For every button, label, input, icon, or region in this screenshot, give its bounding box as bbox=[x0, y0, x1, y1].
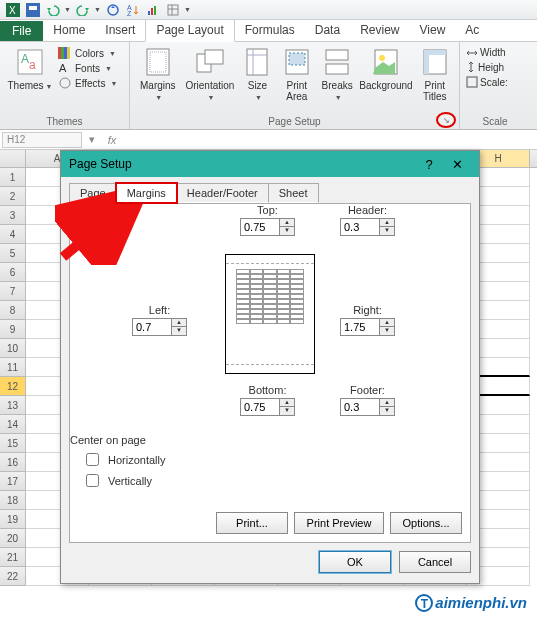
row-header[interactable]: 22 bbox=[0, 567, 26, 586]
top-margin-input[interactable] bbox=[240, 218, 280, 236]
left-margin-input[interactable] bbox=[132, 318, 172, 336]
pivot-icon[interactable] bbox=[164, 2, 182, 18]
spin-down-icon[interactable]: ▼ bbox=[380, 407, 394, 415]
right-margin-input[interactable] bbox=[340, 318, 380, 336]
background-button[interactable]: Background bbox=[359, 44, 412, 91]
row-header[interactable]: 9 bbox=[0, 320, 26, 339]
print-preview-button[interactable]: Print Preview bbox=[294, 512, 384, 534]
row-header[interactable]: 13 bbox=[0, 396, 26, 415]
spin-down-icon[interactable]: ▼ bbox=[172, 327, 186, 335]
breaks-button[interactable]: Breaks▼ bbox=[319, 44, 355, 103]
center-vertically-checkbox[interactable]: Vertically bbox=[82, 471, 165, 490]
tab-data[interactable]: Data bbox=[305, 20, 350, 41]
refresh-icon[interactable] bbox=[104, 2, 122, 18]
row-header[interactable]: 15 bbox=[0, 434, 26, 453]
row-header[interactable]: 7 bbox=[0, 282, 26, 301]
row-header[interactable]: 3 bbox=[0, 206, 26, 225]
tab-extra[interactable]: Ac bbox=[455, 20, 489, 41]
header-margin-input[interactable] bbox=[340, 218, 380, 236]
dialog-tab-margins[interactable]: Margins bbox=[116, 183, 177, 203]
dialog-close-button[interactable]: ✕ bbox=[443, 157, 471, 172]
dialog-help-button[interactable]: ? bbox=[415, 157, 443, 172]
row-header[interactable]: 21 bbox=[0, 548, 26, 567]
spin-up-icon[interactable]: ▲ bbox=[380, 399, 394, 407]
file-tab[interactable]: File bbox=[0, 21, 43, 41]
name-box[interactable] bbox=[2, 132, 82, 148]
spin-up-icon[interactable]: ▲ bbox=[380, 319, 394, 327]
orientation-button[interactable]: Orientation▼ bbox=[184, 44, 237, 103]
dialog-tab-sheet[interactable]: Sheet bbox=[268, 183, 319, 203]
redo-dropdown-icon[interactable]: ▼ bbox=[94, 6, 102, 13]
spin-down-icon[interactable]: ▼ bbox=[280, 407, 294, 415]
size-icon bbox=[241, 46, 273, 78]
center-horizontally-checkbox[interactable]: Horizontally bbox=[82, 450, 165, 469]
dialog-tab-page[interactable]: Page bbox=[69, 183, 117, 203]
row-header[interactable]: 20 bbox=[0, 529, 26, 548]
spin-up-icon[interactable]: ▲ bbox=[172, 319, 186, 327]
row-header[interactable]: 18 bbox=[0, 491, 26, 510]
undo-icon[interactable] bbox=[44, 2, 62, 18]
tab-insert[interactable]: Insert bbox=[95, 20, 145, 41]
tab-view[interactable]: View bbox=[410, 20, 456, 41]
size-button[interactable]: Size▼ bbox=[240, 44, 274, 103]
svg-rect-3 bbox=[29, 6, 37, 10]
save-icon[interactable] bbox=[24, 2, 42, 18]
svg-rect-7 bbox=[148, 11, 150, 15]
themes-button[interactable]: Aa Themes▼ bbox=[6, 44, 54, 92]
print-area-button[interactable]: Print Area bbox=[279, 44, 315, 102]
ok-button[interactable]: OK bbox=[319, 551, 391, 573]
row-header[interactable]: 16 bbox=[0, 453, 26, 472]
svg-rect-32 bbox=[326, 64, 348, 74]
options-button[interactable]: Options... bbox=[390, 512, 462, 534]
spin-up-icon[interactable]: ▲ bbox=[280, 219, 294, 227]
height-field[interactable]: Heigh bbox=[466, 60, 504, 74]
row-header[interactable]: 17 bbox=[0, 472, 26, 491]
undo-dropdown-icon[interactable]: ▼ bbox=[64, 6, 72, 13]
footer-margin-input[interactable] bbox=[340, 398, 380, 416]
print-titles-button[interactable]: Print Titles bbox=[417, 44, 453, 102]
tab-home[interactable]: Home bbox=[43, 20, 95, 41]
row-header[interactable]: 14 bbox=[0, 415, 26, 434]
dialog-titlebar[interactable]: Page Setup ? ✕ bbox=[61, 151, 479, 177]
tab-review[interactable]: Review bbox=[350, 20, 409, 41]
name-box-dropdown[interactable]: ▾ bbox=[82, 133, 102, 146]
spin-up-icon[interactable]: ▲ bbox=[280, 399, 294, 407]
fonts-button[interactable]: AFonts▼ bbox=[58, 61, 117, 75]
row-header[interactable]: 2 bbox=[0, 187, 26, 206]
excel-icon[interactable]: X bbox=[4, 2, 22, 18]
print-button[interactable]: Print... bbox=[216, 512, 288, 534]
effects-button[interactable]: Effects▼ bbox=[58, 76, 117, 90]
qat-customize-icon[interactable]: ▼ bbox=[184, 6, 192, 13]
dialog-action-buttons: Print... Print Preview Options... bbox=[70, 504, 470, 542]
row-header[interactable]: 1 bbox=[0, 168, 26, 187]
page-setup-dialog-launcher[interactable]: ↘ bbox=[436, 112, 456, 128]
spin-up-icon[interactable]: ▲ bbox=[380, 219, 394, 227]
redo-icon[interactable] bbox=[74, 2, 92, 18]
bottom-margin-input[interactable] bbox=[240, 398, 280, 416]
themes-group-label: Themes bbox=[6, 115, 123, 129]
row-header[interactable]: 8 bbox=[0, 301, 26, 320]
sort-icon[interactable]: AZ bbox=[124, 2, 142, 18]
row-header[interactable]: 11 bbox=[0, 358, 26, 377]
breaks-icon bbox=[321, 46, 353, 78]
row-header[interactable]: 10 bbox=[0, 339, 26, 358]
spin-down-icon[interactable]: ▼ bbox=[380, 327, 394, 335]
width-field[interactable]: Width bbox=[466, 46, 506, 59]
row-header[interactable]: 6 bbox=[0, 263, 26, 282]
spin-down-icon[interactable]: ▼ bbox=[380, 227, 394, 235]
margins-button[interactable]: Margins▼ bbox=[136, 44, 180, 103]
chart-icon[interactable] bbox=[144, 2, 162, 18]
tab-formulas[interactable]: Formulas bbox=[235, 20, 305, 41]
row-header[interactable]: 19 bbox=[0, 510, 26, 529]
scale-field[interactable]: Scale: bbox=[466, 75, 508, 89]
select-all-corner[interactable] bbox=[0, 150, 26, 167]
dialog-tab-header-footer[interactable]: Header/Footer bbox=[176, 183, 269, 203]
fx-button[interactable]: fx bbox=[102, 134, 122, 146]
tab-page-layout[interactable]: Page Layout bbox=[145, 19, 234, 42]
colors-button[interactable]: Colors▼ bbox=[58, 46, 117, 60]
row-header[interactable]: 4 bbox=[0, 225, 26, 244]
row-header[interactable]: 5 bbox=[0, 244, 26, 263]
cancel-button[interactable]: Cancel bbox=[399, 551, 471, 573]
spin-down-icon[interactable]: ▼ bbox=[280, 227, 294, 235]
row-header[interactable]: 12 bbox=[0, 377, 26, 396]
